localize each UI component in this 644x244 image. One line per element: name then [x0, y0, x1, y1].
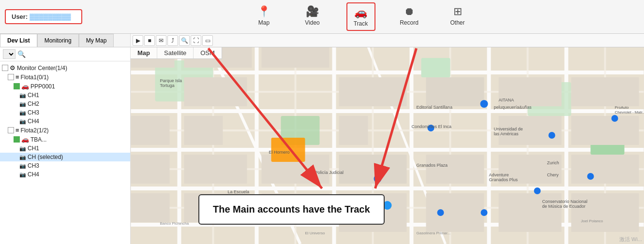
tree-item[interactable]: ⚙Monitor Center(1/4): [0, 63, 130, 72]
svg-point-60: [481, 209, 488, 216]
tree-fleet-icon: ≡: [15, 73, 19, 81]
tree-item[interactable]: ≡Flota2(1/2): [0, 126, 130, 135]
svg-rect-40: [571, 116, 639, 145]
record-tab-label: Record: [400, 19, 419, 26]
tree-item[interactable]: 📷CH3: [0, 108, 130, 117]
svg-text:Tortuga: Tortuga: [160, 83, 175, 88]
svg-point-61: [534, 187, 541, 194]
tree-item-label: CH4: [28, 171, 39, 178]
svg-text:Banco Pichincha: Banco Pichincha: [160, 221, 189, 226]
video-tab-label: Video: [305, 19, 319, 26]
tree-item-label: CH3: [28, 162, 39, 169]
nav-tab-map[interactable]: 📍Map: [250, 2, 279, 31]
tree-item-label: CH1: [28, 92, 39, 99]
map-type-osm[interactable]: OSM: [194, 47, 222, 58]
tree-item-label: PPP0001: [30, 83, 55, 90]
map-tool-btn-4[interactable]: 🔍: [179, 35, 190, 46]
svg-text:Granados Plaza: Granados Plaza: [417, 163, 448, 168]
tree-item[interactable]: 📷CH (selected): [0, 153, 130, 161]
tree-checkbox[interactable]: [8, 127, 14, 133]
svg-text:AITANA: AITANA: [499, 98, 514, 102]
map-tool-btn-3[interactable]: ⤴: [167, 35, 178, 46]
left-tab-monitoring[interactable]: Monitoring: [37, 34, 79, 47]
svg-text:Parque Isla: Parque Isla: [160, 78, 182, 83]
svg-rect-42: [131, 155, 170, 184]
nav-tab-track[interactable]: 🚗Track: [346, 2, 375, 31]
nav-tabs: 📍Map🎥Video🚗Track⏺Record⊞Other: [82, 2, 639, 31]
tree-item[interactable]: 📷CH4: [0, 170, 130, 179]
map-type-bar: MapSatelliteOSM: [131, 47, 222, 59]
svg-text:Universidad de: Universidad de: [494, 127, 523, 131]
svg-text:Chery: Chery: [547, 172, 559, 177]
other-icon: ⊞: [453, 5, 462, 18]
map-tool-btn-1[interactable]: ■: [144, 35, 155, 46]
record-icon: ⏺: [404, 5, 415, 18]
user-value: ▓▓▓▓▓▓▓▓▓: [30, 13, 71, 20]
svg-text:Adventure: Adventure: [489, 172, 509, 177]
svg-rect-34: [339, 77, 407, 106]
map-tool-btn-2[interactable]: ✉: [156, 35, 166, 46]
left-tab-devlist[interactable]: Dev List: [0, 34, 37, 47]
svg-point-56: [480, 100, 488, 108]
tree-checkbox[interactable]: [2, 65, 8, 71]
tree-item-label: CH1: [28, 145, 39, 152]
svg-rect-43: [184, 155, 247, 184]
tree-item[interactable]: 🚗TBA...: [0, 135, 130, 144]
tree-item[interactable]: 🚗PPP0001: [0, 82, 130, 91]
svg-text:Zurich: Zurich: [547, 160, 559, 165]
svg-point-63: [612, 115, 618, 122]
annotation-text: The Main accounts have the Track: [213, 204, 370, 215]
device-tree: ⚙Monitor Center(1/4)≡Flota1(0/1)🚗PPP0001…: [0, 61, 130, 244]
tree-item[interactable]: 📷CH1: [0, 144, 130, 153]
svg-text:Condominios El Inca: Condominios El Inca: [412, 124, 452, 129]
search-icon[interactable]: 🔍: [17, 50, 26, 58]
tree-camera-icon: 📷: [19, 101, 26, 107]
svg-rect-48: [571, 155, 639, 184]
map-tool-btn-5[interactable]: ⛶: [191, 35, 201, 46]
tree-item[interactable]: 📷CH4: [0, 117, 130, 126]
left-tab-mymap[interactable]: My Map: [79, 34, 114, 47]
svg-text:La Escuela: La Escuela: [228, 189, 250, 194]
tree-checkbox[interactable]: [8, 74, 14, 80]
svg-text:ProAuto: ProAuto: [615, 105, 629, 110]
tree-checkbox[interactable]: [14, 83, 20, 89]
nav-tab-other[interactable]: ⊞Other: [443, 2, 472, 31]
svg-point-64: [549, 132, 555, 139]
tree-camera-icon: 📷: [19, 154, 26, 160]
svg-text:El Universo: El Universo: [305, 231, 325, 235]
svg-text:Gasolinera Primar...: Gasolinera Primar...: [417, 231, 451, 235]
svg-text:Chevrolet - Matr...: Chevrolet - Matr...: [615, 110, 644, 115]
nav-tab-record[interactable]: ⏺Record: [395, 2, 424, 31]
tree-vehicle-icon: 🚗: [21, 136, 29, 143]
map-area: ▶■✉⤴🔍⛶▭ MapSatelliteOSM: [131, 34, 644, 244]
svg-text:Conservatorio Nacional: Conservatorio Nacional: [542, 199, 588, 204]
tree-item-label: Monitor Center(1/4): [17, 65, 67, 72]
svg-point-58: [374, 175, 382, 183]
tree-item[interactable]: 📷CH3: [0, 161, 130, 170]
svg-point-62: [587, 173, 594, 180]
map-type-map[interactable]: Map: [131, 47, 157, 58]
top-bar: User: ▓▓▓▓▓▓▓▓▓ 📍Map🎥Video🚗Track⏺Record⊞…: [0, 0, 644, 34]
map-tool-btn-0[interactable]: ▶: [133, 35, 143, 46]
left-panel: Dev ListMonitoringMy Map 🔍 ⚙Monitor Cent…: [0, 34, 131, 244]
map-tab-label: Map: [258, 19, 270, 26]
svg-text:las Américas: las Américas: [494, 131, 519, 136]
tree-camera-icon: 📷: [19, 145, 26, 152]
left-tabs: Dev ListMonitoringMy Map: [0, 34, 130, 47]
map-type-satellite[interactable]: Satellite: [157, 47, 194, 58]
tree-item[interactable]: 📷CH1: [0, 91, 130, 100]
main-content: Dev ListMonitoringMy Map 🔍 ⚙Monitor Cent…: [0, 34, 644, 244]
tree-checkbox[interactable]: [14, 136, 20, 143]
svg-text:peluqueuería&uñas: peluqueuería&uñas: [494, 105, 532, 110]
tree-item-label: TBA...: [30, 136, 46, 143]
tree-item-label: CH3: [28, 109, 39, 116]
nav-tab-video[interactable]: 🎥Video: [298, 2, 327, 31]
left-dropdown[interactable]: [3, 49, 15, 59]
tree-camera-icon: 📷: [19, 118, 26, 125]
tree-item[interactable]: ≡Flota1(0/1): [0, 72, 130, 82]
svg-rect-39: [571, 77, 639, 106]
svg-point-93: [437, 209, 444, 216]
map-tool-btn-6[interactable]: ▭: [202, 35, 213, 46]
tree-fleet-icon: ≡: [15, 127, 19, 134]
tree-item[interactable]: 📷CH2: [0, 100, 130, 108]
